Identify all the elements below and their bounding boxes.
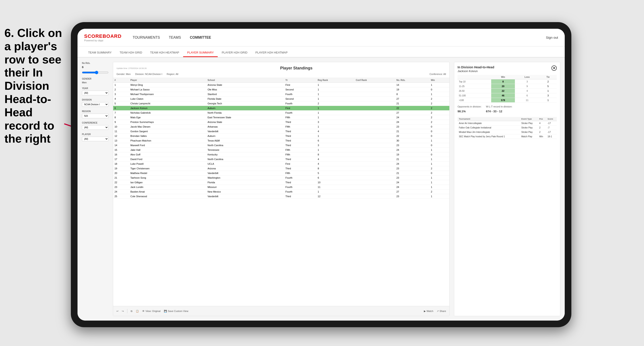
region-select[interactable]: N/A xyxy=(82,114,108,118)
conference-label: Conference xyxy=(82,122,108,124)
h2h-tie: 5 xyxy=(539,84,557,89)
cell-reg-rank: 4 xyxy=(316,162,354,166)
cell-reg-rank: 1 xyxy=(316,97,354,101)
cell-reg-rank: 1 xyxy=(316,83,354,87)
table-row[interactable]: 23 Jack Lundin Missouri Fourth 11 24 1 xyxy=(113,185,449,189)
table-row[interactable]: 8 Mats Ege East Tennessee State Fifth 1 … xyxy=(113,115,449,120)
table-row[interactable]: 14 Maxwell Ford North Carolina Third 3 2… xyxy=(113,143,449,148)
cell-school: Auburn xyxy=(206,106,284,111)
table-row[interactable]: 24 Bastien Amat New Mexico Fourth 1 27 2 xyxy=(113,189,449,194)
cell-num: 18 xyxy=(113,162,129,166)
table-row[interactable]: 3 Michael Thorbjornsen Stanford Fourth 1… xyxy=(113,92,449,97)
cell-win: 1 xyxy=(430,83,449,87)
watch-btn[interactable]: ▶ Watch xyxy=(424,310,434,313)
h2h-win: 20 xyxy=(491,84,515,89)
h2h-loss: 6 xyxy=(515,93,539,98)
cell-player: Gordon Sargent xyxy=(129,129,206,134)
col-win: Win xyxy=(430,78,449,83)
sub-nav-player-h2h-heatmap[interactable]: PLAYER H2H HEATMAP xyxy=(251,49,292,57)
wlt-label: W-L-T record in-division: xyxy=(486,105,512,108)
sub-nav-team-h2h-heatmap[interactable]: TEAM H2H HEATMAP xyxy=(146,49,183,57)
cell-reg-rank: 1 xyxy=(316,134,354,138)
sub-nav-team-h2h-grid[interactable]: TEAM H2H GRID xyxy=(116,49,146,57)
table-row[interactable]: 4 Luke Claton Florida State Second 1 27 … xyxy=(113,97,449,101)
main-content: No Rds. 6 Gender Men Year (All) xyxy=(78,57,565,321)
table-row[interactable]: 5 Christo Lamprecht Georgia Tech Fourth … xyxy=(113,101,449,106)
nav-tournaments[interactable]: TOURNAMENTS xyxy=(133,34,160,41)
cell-conf-rank xyxy=(354,120,395,125)
player-select[interactable]: (All) xyxy=(82,137,108,141)
table-row[interactable]: 11 Gordon Sargent Vanderbilt Third 4 21 … xyxy=(113,129,449,134)
sub-nav-player-summary[interactable]: PLAYER SUMMARY xyxy=(183,49,218,57)
cell-yr: Third xyxy=(284,157,316,162)
cell-no-rds: 23 xyxy=(395,175,430,180)
redo-btn[interactable]: ↪ xyxy=(122,310,124,313)
cell-school: Missouri xyxy=(206,185,284,189)
cell-num: 14 xyxy=(113,143,129,148)
cell-yr: Third xyxy=(284,120,316,125)
table-row[interactable]: 17 David Ford North Carolina Third 4 21 … xyxy=(113,157,449,162)
nav-teams[interactable]: TEAMS xyxy=(169,34,181,41)
division-select[interactable]: NCAA Division I xyxy=(82,102,108,107)
cell-yr: Fifth xyxy=(284,115,316,120)
standings-table[interactable]: # Player School Yr Reg Rank Conf Rank No… xyxy=(113,78,449,306)
gender-value: Men xyxy=(82,81,108,84)
table-row[interactable]: 16 Alex Goff Kentucky Fifth 8 19 0 xyxy=(113,152,449,157)
h2h-loss: 9 xyxy=(515,84,539,89)
table-row[interactable]: 10 Jacob Mac Diesen Arkansas Fifth 1 23 … xyxy=(113,125,449,129)
sub-nav-team-summary[interactable]: TEAM SUMMARY xyxy=(84,49,116,57)
view-original-btn[interactable]: 👁 View: Original xyxy=(142,310,160,312)
copy-btn[interactable]: ⧉ xyxy=(131,310,132,313)
table-row[interactable]: 12 Brendan Valles Auburn Third 1 22 0 xyxy=(113,134,449,138)
share-btn[interactable]: ↗ Share xyxy=(437,310,446,313)
conference-select[interactable]: (All) xyxy=(82,125,108,130)
cell-no-rds: 19 xyxy=(395,152,430,157)
table-row[interactable]: 15 Jake Hall Tennessee Fifth 1 24 1 xyxy=(113,148,449,152)
cell-reg-rank: 8 xyxy=(316,166,354,171)
undo-btn[interactable]: ↩ xyxy=(116,310,118,313)
left-sidebar: No Rds. 6 Gender Men Year (All) xyxy=(82,62,108,316)
col-tournament: Tournament xyxy=(458,117,520,121)
division-filter: Division: NCAA Division I xyxy=(135,73,162,75)
cell-reg-rank: 6 xyxy=(316,175,354,180)
tournament-type: Match Play xyxy=(520,134,538,139)
sign-out-button[interactable]: Sign out xyxy=(546,36,558,39)
h2h-row: 26-50 22 4 1 xyxy=(458,89,557,93)
table-row[interactable]: 13 Phachuan Maichon Texas A&M Third 6 30… xyxy=(113,138,449,143)
table-row[interactable]: 18 Luke Powell UCLA First 4 24 1 xyxy=(113,162,449,166)
table-row[interactable]: 20 Matthew Riedel Vanderbilt Fifth 5 21 … xyxy=(113,171,449,175)
col-yr: Yr xyxy=(284,78,316,83)
sub-nav-player-h2h-grid[interactable]: PLAYER H2H GRID xyxy=(218,49,251,57)
save-custom-btn[interactable]: 💾 Save Custom View xyxy=(164,310,188,313)
table-row[interactable]: 19 Tiger Christensen Arizona Third 8 23 … xyxy=(113,166,449,171)
nav-committee[interactable]: COMMITTEE xyxy=(190,34,211,41)
cell-win: 1 xyxy=(430,180,449,185)
table-row[interactable]: 25 Cole Sherwood Vanderbilt Third 12 23 … xyxy=(113,194,449,199)
no-rds-slider[interactable] xyxy=(82,71,108,74)
table-row[interactable]: 2 Michael La Sasso Ole Miss Second 1 19 … xyxy=(113,87,449,92)
logo-area: SCOREBOARD Powered by clippi xyxy=(84,33,122,42)
cell-conf-rank xyxy=(354,189,395,194)
table-row[interactable]: 7 Nicholas Gabrelcik North Florida Fourt… xyxy=(113,111,449,115)
col-event-type: Event Type xyxy=(520,117,538,121)
table-row[interactable]: 9 Preston Summerhays Arizona State Third… xyxy=(113,120,449,125)
cell-conf-rank xyxy=(354,180,395,185)
col-school: School xyxy=(206,78,284,83)
col-number: # xyxy=(113,78,129,83)
cell-num: 24 xyxy=(113,189,129,194)
no-rds-label: No Rds. xyxy=(82,62,108,64)
close-h2h-button[interactable]: ✕ xyxy=(552,65,557,71)
cell-player: Ian Gilligan xyxy=(129,180,206,185)
table-row[interactable]: 22 Ian Gilligan Florida Third 10 24 1 xyxy=(113,180,449,185)
year-select[interactable]: (All) xyxy=(82,91,108,95)
table-row[interactable]: 21 Taehoon Song Washington Fourth 6 23 1 xyxy=(113,175,449,180)
table-row[interactable]: 1 Wenyi Ding Arizona State First 1 14 1 xyxy=(113,83,449,87)
table-row[interactable]: 6 Jackson Koivun Auburn First 1 22 2 xyxy=(113,106,449,111)
h2h-range: Top 10 xyxy=(458,79,491,84)
paste-btn[interactable]: 📋 xyxy=(136,310,139,313)
cell-no-rds: 23 xyxy=(395,166,430,171)
h2h-title-area: In Division Head-to-Head Jackson Koivun xyxy=(458,65,494,73)
cell-reg-rank: 1 xyxy=(316,87,354,92)
h2h-win: 46 xyxy=(491,93,515,98)
tournament-score: -7 xyxy=(546,126,557,130)
